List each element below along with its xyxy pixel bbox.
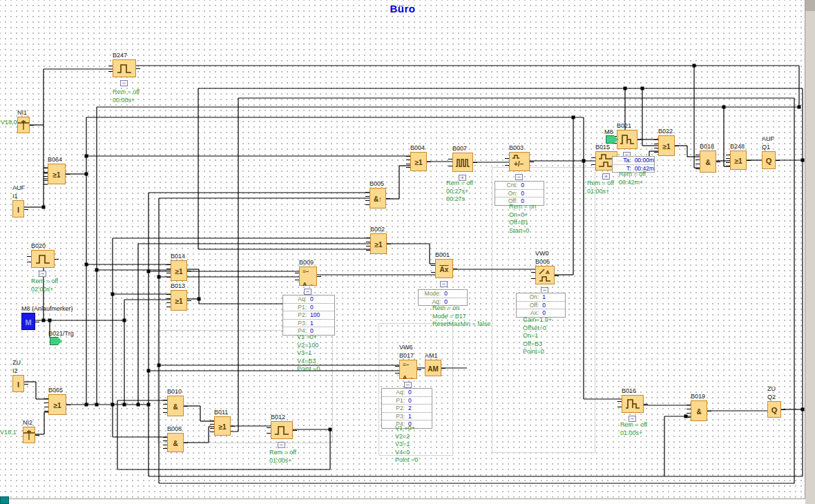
block-id-label: B002 [370,226,385,233]
block-b005[interactable]: &↑ [370,188,386,209]
block-b018[interactable]: & [700,151,716,173]
block-id-label: B021 [617,122,631,129]
collapse-parameter-icon[interactable]: − [278,442,285,448]
input-stub [505,165,509,166]
block-am1[interactable]: AM [425,360,441,376]
output-stub [66,174,70,175]
output-stub [555,275,559,276]
input-stub [295,280,299,280]
block-i2[interactable]: I [12,375,24,392]
connector-tag[interactable]: B021/Trg [50,337,62,345]
block-b016[interactable] [622,395,644,413]
block-id-label: B248 [730,143,745,150]
parameter-annotation: Rem = off00:00s+ [113,88,140,104]
block-b004[interactable]: ≥1 [410,152,427,171]
block-ni1[interactable] [17,117,30,133]
block-id-label: B001 [435,251,450,258]
input-stub [687,417,691,418]
svg-text:A: A [546,269,550,275]
block-b002[interactable]: ≥1 [370,233,387,254]
block-b006[interactable]: A [535,266,555,284]
collapse-parameter-icon[interactable]: − [120,80,128,86]
parameter-annotation: Rem = off00:42m+ [619,171,646,186]
collapse-parameter-icon[interactable]: − [39,271,46,277]
block-id-label: B007 [452,145,467,152]
parameter-annotation: Rem = off01:00s+ [620,421,647,437]
collapse-parameter-icon[interactable]: − [515,174,523,180]
input-stub [44,411,48,411]
block-b013[interactable]: ≥1 [171,290,187,311]
block-id-label: Q1 [762,144,770,151]
input-stub [27,256,31,257]
parameter-row: Cnt:0 [495,182,544,189]
block-b065[interactable]: ≥1 [48,394,66,415]
parameter-table: Aq:0P1:0P2:100P3:1P4:0 [282,295,335,336]
bottom-strip [0,498,805,504]
output-stub [417,369,421,370]
scrollbar-thumb[interactable] [805,0,815,11]
block-b008[interactable]: & [167,433,184,452]
block-b011[interactable]: ≥1 [214,416,231,436]
block-b021[interactable] [617,130,637,149]
parameter-row: On:1 [517,293,565,301]
expand-parameter-icon[interactable]: + [602,173,610,180]
block-id-label: B006 [535,258,550,265]
input-stub [366,250,370,251]
block-i1[interactable]: I [12,200,24,217]
block-q1[interactable]: Q [762,151,776,169]
connector-name-label: AUF [12,184,25,191]
connector-tag[interactable]: M8 [606,135,618,144]
awatch-icon: Ax [440,262,449,275]
input-stub [395,366,399,367]
block-b009[interactable]: ≡− A → [299,266,317,286]
or-icon: ≥1 [734,154,742,166]
block-b014[interactable]: ≥1 [171,260,187,281]
input-stub [696,155,700,155]
block-m8-anlaufmerker-[interactable]: M [21,313,35,330]
input-stub [365,204,370,205]
diagram-canvas[interactable]: Büro B247−NI1≥1B064II1AUFB020−MM8 (Anlau… [0,0,805,498]
block-b017[interactable]: ≡− A → [399,360,417,379]
parameter-annotation: Rem = off00:27s+00:27s [446,180,473,204]
parameter-table: Aq:0P1:0P2:2P3:1P4:0 [381,388,432,429]
collapse-parameter-icon[interactable]: − [404,382,412,388]
block-b022[interactable]: ≥1 [658,135,675,156]
output-stub [644,404,648,405]
block-id-label: B017 [399,352,414,359]
input-stub [44,180,48,181]
input-stub [395,373,399,374]
block-b010[interactable]: & [167,396,184,416]
block-id-label: B011 [214,409,228,416]
input-stub [406,156,410,157]
input-stub [365,192,370,193]
input-stub [726,155,730,155]
block-q2[interactable]: Q [767,401,781,418]
andedge-icon: &↑ [374,192,382,204]
input-stub [163,408,167,409]
input-stub [163,445,167,445]
block-b012[interactable] [271,421,293,439]
block-b247[interactable] [113,59,136,77]
block-b007[interactable] [452,153,473,172]
collapse-parameter-icon[interactable]: − [304,289,311,295]
input-stub [163,448,167,449]
input-stub [210,424,214,425]
block-id-label: B018 [700,143,714,150]
parameter-row: P1:0 [283,303,334,311]
or-icon: ≥1 [53,398,61,411]
block-b020[interactable] [31,250,55,268]
vertical-scrollbar[interactable] [805,0,815,504]
output-stub [293,430,297,431]
block-b019[interactable]: & [691,400,707,421]
output-stub [30,125,34,126]
block-b248[interactable]: ≥1 [730,151,747,170]
block-b001[interactable]: Ax [435,259,453,278]
input-stub [267,427,271,428]
input-stub [654,148,658,148]
input-stub [687,413,691,414]
input-stub [617,401,622,402]
block-b003[interactable]: +/− [509,152,530,171]
block-ni2[interactable] [23,427,35,443]
collapse-parameter-icon[interactable]: − [440,281,448,287]
block-b064[interactable]: ≥1 [48,164,66,184]
